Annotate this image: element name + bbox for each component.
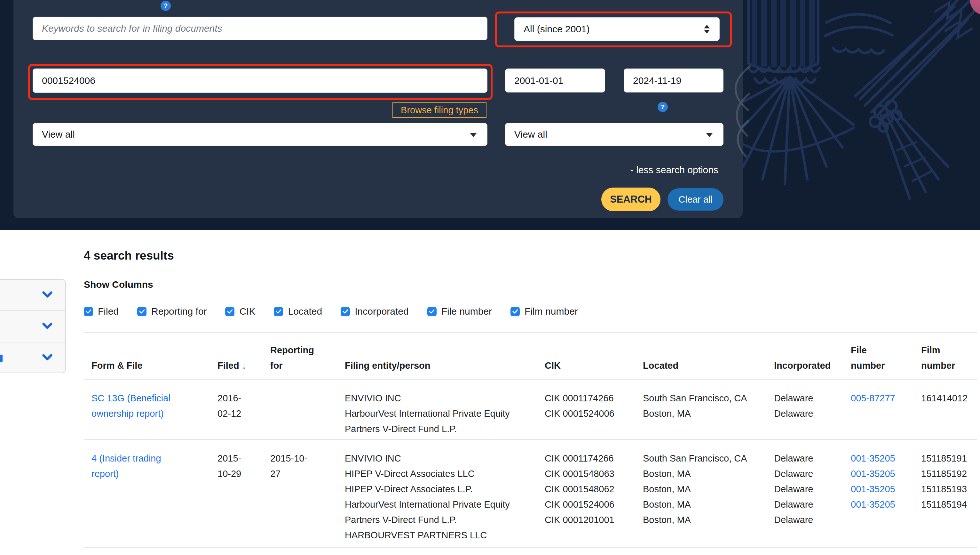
- form-file-link-line[interactable]: report): [91, 466, 217, 481]
- file-number-link[interactable]: 001-35205: [851, 481, 921, 497]
- toggle-film-number[interactable]: Film number: [510, 306, 578, 317]
- header-located: Located: [643, 358, 774, 373]
- checkbox-checked-icon[interactable]: [274, 307, 283, 316]
- form-file-link-line[interactable]: 4 (Insider trading: [91, 451, 217, 466]
- cell-line: CIK 0001524006: [545, 497, 643, 512]
- toggle-label: File number: [441, 306, 492, 317]
- cell-line: Boston, MA: [643, 466, 774, 481]
- header-file-number: Filenumber: [851, 342, 921, 373]
- form-file-link-line[interactable]: ownership report): [91, 406, 217, 421]
- filed-date-range-select[interactable]: All (since 2001): [514, 17, 719, 41]
- table-header-row: Form & File Filed ↓ Reportingfor Filing …: [84, 332, 977, 380]
- form-file-link[interactable]: 4 (Insider tradingreport): [91, 451, 217, 547]
- chevron-down-icon: [42, 322, 53, 330]
- help-icon[interactable]: ?: [658, 102, 668, 112]
- column-toggles: Filed Reporting for CIK Located Incorpor…: [84, 306, 578, 317]
- checkbox-checked-icon[interactable]: [137, 307, 147, 316]
- cell-line: Reporting: [270, 342, 345, 358]
- cell-line: 27: [270, 466, 345, 481]
- form-file-link-line[interactable]: SC 13G (Beneficial: [91, 390, 217, 406]
- show-columns-label: Show Columns: [84, 279, 153, 290]
- accordion-section[interactable]: [0, 342, 65, 373]
- clipped-link-fragment: [0, 354, 3, 362]
- cell-line: CIK 0001548063: [545, 466, 643, 481]
- file-number-cell: 001-35205001-35205001-35205001-35205: [851, 451, 921, 547]
- checkbox-checked-icon[interactable]: [341, 307, 350, 316]
- checkbox-checked-icon[interactable]: [84, 307, 93, 316]
- results-count-heading: 4 search results: [84, 249, 174, 263]
- cell-line: number: [921, 358, 977, 373]
- cell-line: File: [851, 342, 921, 358]
- toggle-incorporated[interactable]: Incorporated: [341, 306, 408, 317]
- toggle-filed[interactable]: Filed: [84, 306, 119, 317]
- file-number-link[interactable]: 001-35205: [851, 466, 921, 481]
- checkbox-checked-icon[interactable]: [427, 307, 436, 316]
- cell-line: Boston, MA: [643, 481, 774, 497]
- toggle-label: CIK: [239, 306, 255, 317]
- chevron-down-icon: [470, 133, 477, 137]
- header-incorporated: Incorporated: [774, 358, 851, 373]
- cell-line: Delaware: [774, 466, 851, 481]
- cell-line: South San Francisco, CA: [643, 390, 774, 406]
- file-number-link[interactable]: 001-35205: [851, 451, 921, 466]
- cell-line: South San Francisco, CA: [643, 451, 774, 466]
- cell-line: Partners V-Direct Fund L.P.: [345, 421, 545, 436]
- table-row: SC 13G (Beneficialownership report) 2016…: [84, 380, 977, 440]
- filing-category-value: View all: [42, 129, 75, 140]
- toggle-reporting-for[interactable]: Reporting for: [137, 306, 206, 317]
- cell-line: 151185192: [921, 466, 977, 481]
- offices-select[interactable]: View all: [505, 123, 724, 146]
- toggle-label: Filed: [98, 306, 119, 317]
- cell-line: Incorporated: [774, 358, 851, 373]
- cell-line: CIK: [545, 358, 643, 373]
- less-search-options-link[interactable]: - less search options: [592, 165, 718, 175]
- accordion-section[interactable]: [0, 280, 65, 311]
- reporting-for-cell: 2015-10-27: [270, 451, 345, 547]
- cell-line: Boston, MA: [643, 406, 774, 421]
- cell-line: HIPEP V-Direct Associates LLC: [345, 466, 545, 481]
- reporting-for-cell: [270, 390, 345, 439]
- cell-line: Delaware: [774, 512, 851, 528]
- cell-line: CIK 0001174266: [545, 451, 643, 466]
- filed-to-input[interactable]: [624, 69, 724, 93]
- cell-line: 2015-10-: [270, 451, 345, 466]
- cell-line: for: [270, 358, 345, 373]
- cell-line: 151185193: [921, 481, 977, 497]
- header-film-number: Filmnumber: [921, 342, 977, 373]
- cell-line: 2015-: [217, 451, 270, 466]
- keywords-input[interactable]: [33, 17, 488, 40]
- entity-cell: ENVIVIO INCHarbourVest International Pri…: [345, 390, 545, 439]
- cell-line: HarbourVest International Private Equity: [345, 406, 545, 421]
- company-input[interactable]: [33, 69, 488, 93]
- clear-all-button[interactable]: Clear all: [668, 188, 724, 211]
- browse-filing-types-link[interactable]: Browse filing types: [392, 103, 486, 118]
- cell-line: Film: [921, 342, 977, 358]
- cell-line: ENVIVIO INC: [345, 390, 545, 406]
- search-button[interactable]: SEARCH: [601, 188, 660, 211]
- file-number-link[interactable]: 001-35205: [851, 497, 921, 512]
- file-number-link[interactable]: 005-87277: [851, 390, 921, 406]
- checkbox-checked-icon[interactable]: [510, 307, 520, 316]
- header-filed-sort[interactable]: Filed ↓: [217, 358, 270, 373]
- file-number-cell: 005-87277: [851, 390, 921, 439]
- cell-line: HIPEP V-Direct Associates L.P.: [345, 481, 545, 497]
- filed-from-input[interactable]: [505, 69, 605, 93]
- filed-date-range-value: All (since 2001): [524, 24, 590, 35]
- cell-line: HarbourVest International Private Equity: [345, 497, 545, 512]
- cell-line: Filed ↓: [217, 358, 270, 373]
- header-form-file: Form & File: [91, 358, 217, 373]
- help-icon[interactable]: ?: [161, 1, 171, 11]
- toggle-file-number[interactable]: File number: [427, 306, 492, 317]
- cell-line: 151185191: [921, 451, 977, 466]
- results-table: Form & File Filed ↓ Reportingfor Filing …: [84, 332, 977, 548]
- filed-cell: 2016-02-12: [217, 390, 270, 439]
- accordion-section[interactable]: [0, 311, 65, 342]
- filing-category-select[interactable]: View all: [33, 123, 488, 146]
- form-file-link[interactable]: SC 13G (Beneficialownership report): [91, 390, 217, 439]
- cell-line: Partners V-Direct Fund L.P.: [345, 512, 545, 528]
- toggle-label: Film number: [524, 306, 578, 317]
- chevron-down-icon: [706, 133, 713, 137]
- toggle-located[interactable]: Located: [274, 306, 322, 317]
- checkbox-checked-icon[interactable]: [225, 307, 235, 316]
- toggle-cik[interactable]: CIK: [225, 306, 255, 317]
